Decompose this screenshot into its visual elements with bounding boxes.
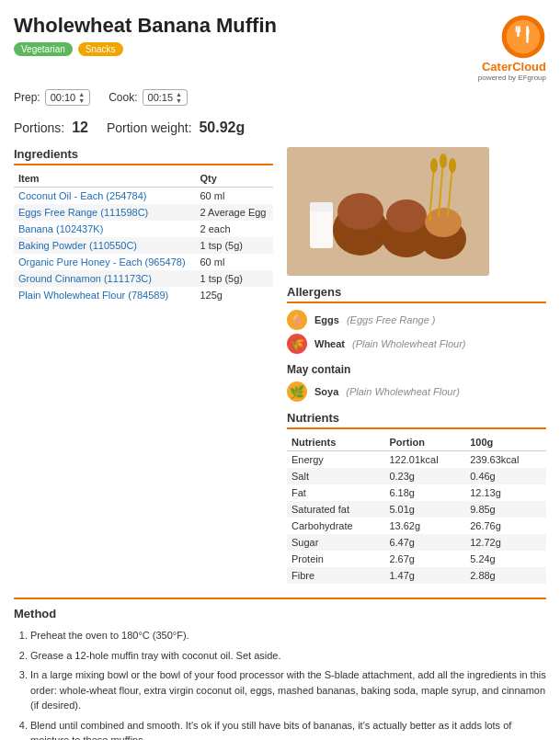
nutrient-per100: 26.76g	[465, 518, 546, 534]
food-image	[287, 147, 489, 276]
weight-value: 50.92g	[199, 120, 245, 135]
method-section: Method Preheat the oven to 180°C (350°F)…	[14, 598, 546, 740]
col-item-header: Item	[14, 170, 196, 188]
svg-point-18	[430, 158, 438, 173]
tag-snacks: Snacks	[78, 42, 123, 56]
ingredient-qty: 2 Average Egg	[196, 204, 274, 221]
allergen-name: Wheat	[314, 338, 345, 349]
ingredient-item[interactable]: Eggs Free Range (111598C)	[14, 204, 196, 221]
may-contain-row: 🌿 Soya (Plain Wholewheat Flour)	[287, 380, 546, 404]
nutrient-per100: 12.13g	[465, 484, 546, 501]
food-image-svg	[287, 147, 489, 276]
ingredient-item[interactable]: Ground Cinnamon (111173C)	[14, 270, 196, 287]
ingredient-qty: 125g	[196, 287, 274, 303]
nutrient-portion: 5.01g	[384, 501, 465, 518]
nutrient-portion: 122.01kcal	[384, 451, 465, 469]
cook-stepper[interactable]: ▲ ▼	[176, 91, 182, 104]
ingredient-item[interactable]: Baking Powder (110550C)	[14, 237, 196, 254]
logo-area: CaterCloud powered by EFgroup	[478, 14, 546, 82]
svg-point-1	[507, 20, 541, 54]
nutrient-nutrient: Protein	[287, 551, 384, 567]
ingredient-row: Plain Wholewheat Flour (784589)125g	[14, 287, 273, 303]
ingredient-item[interactable]: Banana (102437K)	[14, 221, 196, 237]
may-contain-text: (Plain Wholewheat Flour)	[346, 386, 460, 397]
may-contain-icon: 🌿	[287, 381, 307, 402]
logo-name: CaterCloud	[482, 60, 546, 74]
svg-point-20	[449, 158, 456, 173]
cook-label: Cook:	[109, 91, 137, 104]
ingredient-qty: 1 tsp (5g)	[196, 270, 274, 287]
prep-item: Prep: 00:10 ▲ ▼	[14, 89, 90, 106]
svg-rect-3	[516, 26, 517, 32]
portions-row: Portions: 12 Portion weight: 50.92g	[14, 120, 546, 136]
portions-group: Portions: 12	[14, 120, 88, 136]
nutrient-nutrient: Salt	[287, 468, 384, 484]
prep-time-box[interactable]: 00:10 ▲ ▼	[45, 89, 90, 106]
col-qty-header: Qty	[196, 170, 274, 188]
nutrients-col-portion: Portion	[384, 434, 465, 451]
cook-time-value: 00:15	[148, 92, 174, 103]
ingredient-row: Organic Pure Honey - Each (965478)60 ml	[14, 254, 273, 270]
allergen-row: 🌾 Wheat (Plain Wholewheat Flour)	[287, 332, 546, 356]
may-contain-title: May contain	[287, 363, 546, 376]
svg-point-10	[386, 199, 427, 233]
nutrient-row: Salt0.23g0.46g	[287, 468, 546, 484]
allergen-icon: 🌾	[287, 334, 307, 354]
main-content: Ingredients Item Qty Coconut Oil - Each …	[14, 147, 546, 584]
nutrient-per100: 2.88g	[465, 567, 546, 584]
svg-point-19	[440, 154, 447, 168]
nutrients-title: Nutrients	[287, 411, 546, 429]
ingredient-item[interactable]: Coconut Oil - Each (254784)	[14, 188, 196, 205]
allergen-row: 🥚 Eggs (Eggs Free Range )	[287, 308, 546, 332]
weight-group: Portion weight: 50.92g	[107, 120, 245, 136]
tag-vegetarian: Vegetarian	[14, 42, 73, 56]
ingredients-title: Ingredients	[14, 147, 273, 165]
nutrients-section: Nutrients Nutrients Portion 100g Energy1…	[287, 411, 546, 584]
svg-rect-4	[520, 26, 520, 32]
ingredient-qty: 2 each	[196, 221, 274, 237]
nutrient-nutrient: Fat	[287, 484, 384, 501]
left-column: Ingredients Item Qty Coconut Oil - Each …	[14, 147, 273, 584]
nutrient-row: Carbohydrate13.62g26.76g	[287, 518, 546, 534]
nutrient-portion: 13.62g	[384, 518, 465, 534]
cook-item: Cook: 00:15 ▲ ▼	[109, 89, 188, 106]
tag-list: VegetarianSnacks	[14, 42, 277, 56]
catercloud-logo-icon	[500, 14, 546, 60]
ingredient-row: Baking Powder (110550C)1 tsp (5g)	[14, 237, 273, 254]
right-column: Allergens 🥚 Eggs (Eggs Free Range ) 🌾 Wh…	[287, 147, 546, 584]
nutrient-row: Fibre1.47g2.88g	[287, 567, 546, 584]
nutrients-col-nutrient: Nutrients	[287, 434, 384, 451]
nutrient-portion: 6.18g	[384, 484, 465, 501]
ingredient-item[interactable]: Plain Wholewheat Flour (784589)	[14, 287, 196, 303]
may-contain-name: Soya	[314, 386, 338, 397]
method-step: Blend until combined and smooth. It's ok…	[30, 718, 546, 741]
ingredient-row: Coconut Oil - Each (254784)60 ml	[14, 188, 273, 205]
nutrient-per100: 5.24g	[465, 551, 546, 567]
svg-rect-14	[310, 202, 333, 211]
ingredient-item[interactable]: Organic Pure Honey - Each (965478)	[14, 254, 196, 270]
nutrient-row: Fat6.18g12.13g	[287, 484, 546, 501]
cook-time-box[interactable]: 00:15 ▲ ▼	[143, 89, 188, 106]
allergen-name: Eggs	[314, 314, 339, 325]
nutrient-row: Saturated fat5.01g9.85g	[287, 501, 546, 518]
method-step: In a large mixing bowl or the bowl of yo…	[30, 667, 546, 713]
method-title: Method	[14, 607, 546, 620]
logo-sub: powered by EFgroup	[478, 74, 546, 82]
nutrient-per100: 12.72g	[465, 534, 546, 551]
ingredient-qty: 1 tsp (5g)	[196, 237, 274, 254]
ingredient-row: Banana (102437K)2 each	[14, 221, 273, 237]
allergens-title: Allergens	[287, 285, 546, 303]
nutrient-nutrient: Carbohydrate	[287, 518, 384, 534]
prep-label: Prep:	[14, 91, 40, 104]
nutrient-nutrient: Sugar	[287, 534, 384, 551]
portions-value: 12	[72, 120, 88, 135]
nutrient-per100: 0.46g	[465, 468, 546, 484]
nutrient-row: Protein2.67g5.24g	[287, 551, 546, 567]
prep-stepper[interactable]: ▲ ▼	[78, 91, 85, 104]
allergen-text: (Plain Wholewheat Flour)	[352, 338, 466, 349]
nutrient-portion: 6.47g	[384, 534, 465, 551]
nutrient-nutrient: Saturated fat	[287, 501, 384, 518]
nutrient-per100: 239.63kcal	[465, 451, 546, 469]
nutrient-nutrient: Energy	[287, 451, 384, 469]
may-contain-section: May contain 🌿 Soya (Plain Wholewheat Flo…	[287, 363, 546, 404]
